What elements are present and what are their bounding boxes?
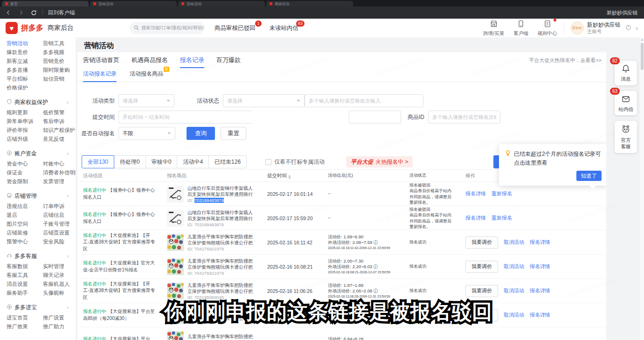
- op-link-重新报名[interactable]: 重新报名: [492, 190, 512, 197]
- activity-name-input[interactable]: 多个输入请换行或空格依次输入: [305, 94, 423, 107]
- pinduoduo-logo-icon[interactable]: ♥: [6, 22, 18, 34]
- hot-promo-badge[interactable]: 平台大促 火热报名中 >: [346, 156, 413, 167]
- sidebar-item-知识产权保护[interactable]: 知识产权保护: [43, 126, 76, 135]
- sort-icon[interactable]: [288, 175, 291, 179]
- sidebar-item-聊天记录[interactable]: 聊天记录: [43, 271, 76, 280]
- query-button[interactable]: 查询: [187, 127, 215, 140]
- sidebar-item-短信营销[interactable]: 短信营销: [43, 75, 76, 83]
- header-link[interactable]: 商品审核已驳回1: [215, 24, 256, 32]
- sidebar-item-价格保护[interactable]: 价格保护: [7, 83, 43, 92]
- op-link-重新报名[interactable]: 重新报名: [492, 215, 512, 222]
- sidebar-group-账户资金[interactable]: 账户资金∧: [7, 147, 76, 160]
- tab-百万爆款[interactable]: 百万爆款: [216, 52, 241, 68]
- global-search-input[interactable]: 搜索功能/订单/课程/规则/帮助/服务: [130, 22, 204, 34]
- sidebar-item-客服数据[interactable]: 客服数据: [7, 262, 43, 271]
- sidebar-item-营销活动[interactable]: 营销活动: [7, 39, 43, 48]
- goods-id-input[interactable]: 多个输入请换行或空格依次输入: [428, 111, 500, 124]
- sidebar-item-客服工具[interactable]: 客服工具: [7, 271, 43, 280]
- sidebar-group-店铺管理[interactable]: 店铺管理∧: [7, 190, 76, 202]
- reset-button[interactable]: 重置: [221, 127, 246, 140]
- quick-item-跨境/买菜[interactable]: 跨境/买菜: [483, 20, 504, 37]
- sidebar-item-头像昵称[interactable]: 头像昵称: [43, 289, 76, 298]
- tab-营销活动首页[interactable]: 营销活动首页: [83, 52, 119, 68]
- sidebar-item-低价预警[interactable]: 低价预警: [43, 108, 76, 117]
- op-link-取消活动[interactable]: 取消活动: [504, 287, 524, 294]
- adjust-price-button[interactable]: 我要调价: [465, 309, 498, 321]
- sidebar-item-实时管理[interactable]: 实时管理: [43, 262, 76, 271]
- op-link-报名详情[interactable]: 报名详情: [530, 239, 550, 246]
- op-link-报名详情[interactable]: 报名详情: [530, 312, 550, 319]
- sidebar-item-营销工具[interactable]: 营销工具: [43, 39, 76, 48]
- sidebar-item-资金中心[interactable]: 资金中心: [7, 160, 43, 168]
- rail-站内信[interactable]: 站内信63: [615, 91, 637, 116]
- got-it-button[interactable]: 知道了: [576, 171, 602, 181]
- sidebar-item-异常单申诉[interactable]: 异常单申诉: [7, 117, 43, 126]
- sidebar-group-多多进宝[interactable]: 多多进宝∧: [7, 301, 76, 313]
- sidebar-item-推广效果[interactable]: 推广效果: [7, 322, 43, 331]
- sidebar-item-推广助力[interactable]: 推广助力: [43, 322, 76, 331]
- sidebar-item-平台招标[interactable]: 平台招标: [7, 75, 43, 83]
- browser-tab[interactable]: 营销活动: [90, 1, 177, 7]
- activity-state-select[interactable]: 请选择: [223, 94, 305, 107]
- scrollbar[interactable]: ▲: [640, 37, 644, 340]
- sidebar-item-店铺升级[interactable]: 店铺升级: [7, 135, 43, 144]
- status-tab-已结束126[interactable]: 已结束126: [208, 155, 247, 168]
- browser-tab[interactable]: 营销活动: [178, 1, 265, 7]
- rail-官方客服[interactable]: 官方 客服: [615, 121, 637, 153]
- sidebar-group-商家权益保护[interactable]: 商家权益保护∧: [7, 96, 76, 108]
- subtab-活动报名商品[interactable]: 活动报名商品新: [130, 70, 163, 82]
- op-link-取消活动[interactable]: 取消活动: [504, 239, 524, 246]
- adjust-price-button[interactable]: 我要调价: [465, 261, 498, 273]
- sidebar-item-规则更新[interactable]: 规则更新: [7, 108, 43, 117]
- account-info[interactable]: 新妙妙供应链 主账号: [587, 21, 621, 35]
- sidebar-item-资金限制[interactable]: 资金限制: [7, 177, 43, 186]
- sidebar-item-营销竞价[interactable]: 营销竞价: [43, 57, 76, 66]
- sidebar-group-多多客服[interactable]: 多多客服∧: [7, 250, 76, 262]
- sidebar-item-店铺装修[interactable]: 店铺装修: [7, 229, 43, 237]
- subtab-活动报名记录[interactable]: 活动报名记录: [83, 70, 117, 82]
- sidebar-item-对账中心[interactable]: 对账中心: [43, 160, 76, 168]
- op-link-取消活动[interactable]: 取消活动: [504, 263, 524, 270]
- avatar[interactable]: 新妙妙: [571, 21, 584, 35]
- status-tab-活动中4[interactable]: 活动中4: [177, 155, 209, 168]
- sidebar-item-图片空间[interactable]: 图片空间: [7, 220, 43, 229]
- quick-item-客户端[interactable]: 客户端: [513, 20, 528, 37]
- sidebar-item-安全风险[interactable]: 安全风险: [43, 237, 76, 246]
- sidebar-item-消息设置[interactable]: 消息设置: [7, 280, 43, 289]
- sidebar-item-限时限量购[interactable]: 限时限量购: [43, 66, 76, 75]
- browser-tab[interactable]: 商家后台: [266, 1, 353, 7]
- back-icon[interactable]: [5, 9, 12, 16]
- sidebar-item-客服机器人[interactable]: 客服机器人: [43, 280, 76, 289]
- sidebar-item-店铺信息[interactable]: 店铺信息: [43, 211, 76, 220]
- sidebar-item-订单申诉[interactable]: 订单申诉: [43, 202, 76, 211]
- sidebar-item-店铺页设置[interactable]: 店铺页设置: [43, 229, 76, 237]
- op-link-报名详情[interactable]: 报名详情: [530, 287, 550, 294]
- sidebar-item-退店[interactable]: 退店: [7, 211, 43, 220]
- auto-signup-select[interactable]: 不限: [118, 127, 175, 140]
- sidebar-item-新客立减[interactable]: 新客立减: [7, 57, 43, 66]
- sidebar-item-预警中心[interactable]: 预警中心: [7, 237, 43, 246]
- sidebar-item-评价举报[interactable]: 评价举报: [7, 126, 43, 135]
- tab-机遇商品报名[interactable]: 机遇商品报名: [132, 52, 168, 68]
- exclusive-filter-checkbox[interactable]: 仅看不打标专属活动: [265, 158, 325, 166]
- promo-link[interactable]: 平台大促火热报名中，去看看>>: [529, 57, 602, 64]
- status-tab-待处理0[interactable]: 待处理0: [114, 155, 146, 168]
- activity-type-select[interactable]: 请选择: [118, 94, 174, 107]
- sidebar-item-子账号管理[interactable]: 子账号管理: [43, 220, 76, 229]
- scroll-up-icon[interactable]: ▲: [641, 38, 644, 41]
- sidebar-item-多多视频[interactable]: 多多视频: [43, 48, 76, 57]
- sidebar-item-多多直播[interactable]: 多多直播: [7, 66, 43, 75]
- op-link-报名详情[interactable]: 报名详情: [465, 190, 486, 197]
- forward-icon[interactable]: [17, 9, 25, 16]
- op-link-取消活动[interactable]: 取消活动: [504, 312, 524, 319]
- back-to-client-link[interactable]: 回到客户端: [48, 9, 75, 16]
- reload-icon[interactable]: [30, 9, 37, 16]
- sidebar-item-消费者补偿明细[interactable]: 消费者补偿明细: [43, 168, 76, 177]
- status-tab-全部130[interactable]: 全部130: [82, 155, 114, 168]
- sidebar-item-进宝首页[interactable]: 进宝首页: [7, 313, 43, 322]
- sidebar-item-服务助手[interactable]: 服务助手: [7, 289, 43, 298]
- sidebar-item-保证金[interactable]: 保证金: [7, 168, 43, 177]
- adjust-price-button[interactable]: 我要调价: [465, 285, 498, 297]
- activity-id-input[interactable]: [349, 111, 401, 124]
- power-icon[interactable]: [625, 24, 631, 32]
